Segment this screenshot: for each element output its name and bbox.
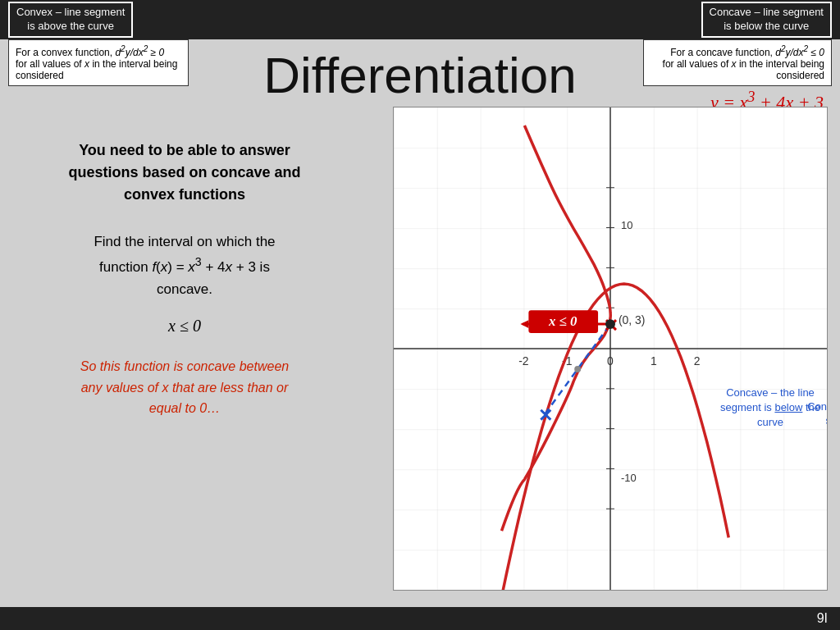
svg-text:0: 0 bbox=[607, 354, 614, 368]
convex-formula-text: For a convex function, bbox=[16, 47, 115, 58]
convex-label: Convex – line segmentis above the curve bbox=[8, 2, 133, 38]
svg-text:-10: -10 bbox=[621, 472, 637, 484]
point-dot bbox=[605, 319, 615, 329]
svg-text:2: 2 bbox=[694, 354, 701, 368]
svg-text:10: 10 bbox=[621, 219, 632, 231]
convex-formula-math: d2y/dx2 ≥ 0 bbox=[115, 47, 164, 58]
concave-formula-text: For a concave function, bbox=[670, 47, 775, 58]
find-text: Find the interval on which thefunction f… bbox=[25, 231, 345, 300]
convex-formula-sub: for all values of x in the interval bein… bbox=[16, 58, 177, 81]
graph-svg: 0 1 2 -1 -2 10 -10 bbox=[394, 107, 827, 590]
concave-annotation: Concave – the line segment is below the … bbox=[717, 386, 824, 431]
concave-label: Concave – line segmentis below the curve bbox=[701, 2, 832, 38]
formula-box-right: For a concave function, d2y/dx2 ≤ 0 for … bbox=[643, 39, 832, 86]
formula-box-left: For a convex function, d2y/dx2 ≥ 0 for a… bbox=[8, 39, 189, 86]
main-title-area: Differentiation bbox=[197, 39, 643, 103]
graph-container: 0 1 2 -1 -2 10 -10 bbox=[393, 107, 828, 591]
intro-text: You need to be able to answerquestions b… bbox=[25, 139, 345, 206]
svg-text:1: 1 bbox=[651, 354, 657, 368]
left-panel: You need to be able to answerquestions b… bbox=[0, 123, 369, 436]
concave-annotation-2: segment is bbox=[826, 414, 827, 427]
concave-formula-math: d2y/dx2 ≤ 0 bbox=[775, 47, 824, 58]
bottom-bar: 9I bbox=[0, 607, 840, 630]
concave-formula-sub: for all values of x in the interval bein… bbox=[663, 58, 824, 81]
dashed-midpoint bbox=[574, 366, 581, 372]
answer-text: x ≤ 0 bbox=[25, 317, 345, 336]
top-bar: Convex – line segmentis above the curve … bbox=[0, 0, 840, 39]
interval-label: x ≤ 0 bbox=[548, 313, 578, 329]
slide-number: 9I bbox=[817, 611, 828, 626]
svg-text:-2: -2 bbox=[518, 354, 529, 368]
conclusion-text: So this function is concave betweenany v… bbox=[25, 356, 345, 419]
main-title: Differentiation bbox=[197, 48, 643, 103]
point-label: (0, 3) bbox=[619, 313, 646, 326]
